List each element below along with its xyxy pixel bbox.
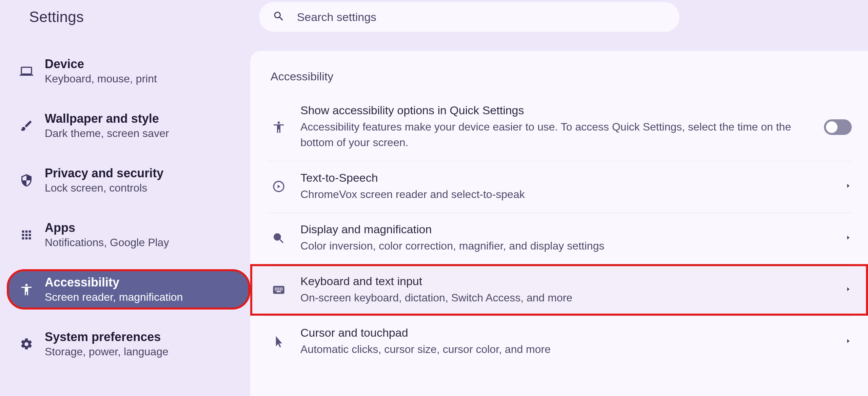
keyboard-icon: [269, 280, 288, 299]
cursor-icon: [269, 332, 288, 351]
apps-grid-icon: [18, 227, 35, 243]
row-quick-settings[interactable]: Show accessibility options in Quick Sett…: [250, 93, 868, 161]
row-sub: Automatic clicks, cursor size, cursor co…: [300, 341, 833, 357]
section-header: Accessibility: [250, 70, 868, 93]
row-keyboard[interactable]: Keyboard and text input On-screen keyboa…: [250, 264, 868, 316]
chevron-right-icon: [845, 182, 852, 191]
sidebar-item-wallpaper[interactable]: Wallpaper and style Dark theme, screen s…: [7, 105, 250, 146]
nav-title: Apps: [45, 221, 169, 235]
row-tts[interactable]: Text-to-Speech ChromeVox screen reader a…: [250, 161, 868, 212]
nav-text: Apps Notifications, Google Play: [45, 221, 169, 249]
settings-app: Settings Device Keyboard, mouse, print: [0, 0, 868, 396]
topbar: Settings: [0, 0, 868, 34]
nav-text: Device Keyboard, mouse, print: [45, 57, 157, 85]
search-input[interactable]: [297, 11, 666, 24]
row-title: Keyboard and text input: [300, 275, 833, 288]
brush-icon: [18, 118, 35, 134]
row-sub: Color inversion, color correction, magni…: [300, 238, 833, 254]
chevron-right-icon: [845, 338, 852, 346]
row-sub: Accessibility features make your device …: [300, 119, 812, 151]
search-box[interactable]: [259, 2, 679, 32]
row-title: Show accessibility options in Quick Sett…: [300, 104, 812, 117]
search-icon: [273, 10, 285, 24]
row-sub: ChromeVox screen reader and select-to-sp…: [300, 186, 833, 202]
sidebar-item-privacy[interactable]: Privacy and security Lock screen, contro…: [7, 160, 250, 200]
sidebar-item-device[interactable]: Device Keyboard, mouse, print: [7, 51, 250, 91]
row-text: Display and magnification Color inversio…: [300, 223, 833, 254]
tts-icon: [269, 177, 288, 196]
chevron-right-icon: [845, 286, 852, 294]
nav-title: Device: [45, 57, 157, 71]
row-text: Show accessibility options in Quick Sett…: [300, 104, 812, 151]
chevron-right-icon: [845, 234, 852, 242]
nav-title: Privacy and security: [45, 166, 163, 180]
nav-text: Wallpaper and style Dark theme, screen s…: [45, 112, 169, 140]
row-title: Cursor and touchpad: [300, 326, 833, 339]
toggle-quick-settings[interactable]: [824, 119, 852, 135]
accessibility-icon: [18, 281, 35, 298]
nav-text: Accessibility Screen reader, magnificati…: [45, 275, 183, 303]
gear-icon: [18, 336, 35, 352]
search-wrap: [84, 2, 854, 32]
nav-sub: Screen reader, magnification: [45, 291, 183, 303]
nav-title: Wallpaper and style: [45, 112, 169, 126]
main-panel: Accessibility Show accessibility options…: [250, 51, 868, 396]
nav-title: System preferences: [45, 330, 169, 344]
row-title: Text-to-Speech: [300, 171, 833, 184]
nav-sub: Lock screen, controls: [45, 182, 163, 194]
body: Device Keyboard, mouse, print Wallpaper …: [0, 34, 868, 396]
page-title: Settings: [29, 8, 84, 25]
nav-sub: Dark theme, screen saver: [45, 127, 169, 140]
sidebar-item-accessibility[interactable]: Accessibility Screen reader, magnificati…: [7, 269, 250, 310]
nav-title: Accessibility: [45, 275, 183, 290]
nav-sub: Keyboard, mouse, print: [45, 73, 157, 85]
sidebar: Device Keyboard, mouse, print Wallpaper …: [7, 34, 250, 396]
zoom-in-icon: [269, 229, 288, 248]
sidebar-item-apps[interactable]: Apps Notifications, Google Play: [7, 215, 250, 255]
row-title: Display and magnification: [300, 223, 833, 236]
nav-text: System preferences Storage, power, langu…: [45, 330, 169, 358]
laptop-icon: [18, 63, 35, 79]
row-cursor[interactable]: Cursor and touchpad Automatic clicks, cu…: [250, 316, 868, 367]
nav-text: Privacy and security Lock screen, contro…: [45, 166, 163, 194]
row-text: Text-to-Speech ChromeVox screen reader a…: [300, 171, 833, 202]
nav-sub: Notifications, Google Play: [45, 236, 169, 249]
row-text: Cursor and touchpad Automatic clicks, cu…: [300, 326, 833, 357]
row-text: Keyboard and text input On-screen keyboa…: [300, 275, 833, 305]
row-sub: On-screen keyboard, dictation, Switch Ac…: [300, 290, 833, 305]
accessibility-icon: [269, 118, 288, 137]
row-display[interactable]: Display and magnification Color inversio…: [250, 212, 868, 264]
sidebar-item-system[interactable]: System preferences Storage, power, langu…: [7, 324, 250, 364]
nav-sub: Storage, power, language: [45, 345, 169, 358]
shield-icon: [18, 172, 35, 189]
